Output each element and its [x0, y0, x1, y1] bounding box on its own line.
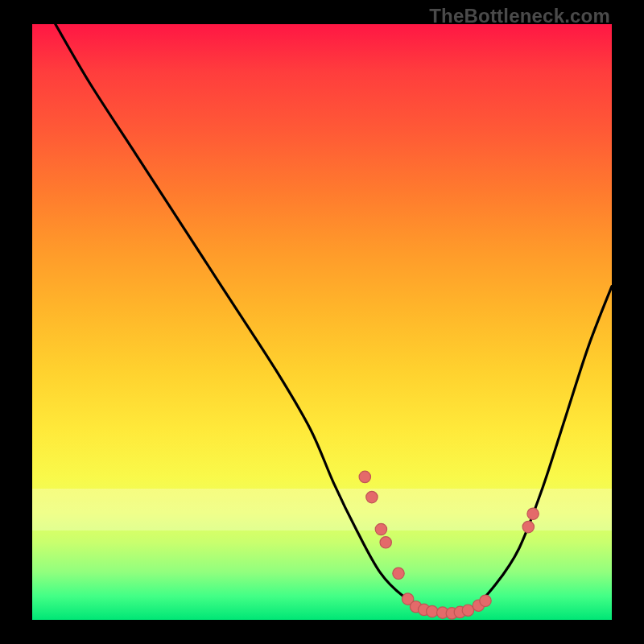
- chart-frame: TheBottleneck.com: [0, 0, 644, 644]
- marker-dot: [375, 523, 386, 535]
- plot-area: [32, 24, 612, 620]
- marker-dot: [380, 537, 391, 548]
- marker-dot: [427, 605, 438, 617]
- curve-svg: [32, 24, 612, 620]
- marker-dot: [480, 595, 491, 606]
- marker-dot: [462, 605, 473, 616]
- marker-dot: [359, 471, 370, 482]
- marker-dot: [366, 491, 378, 502]
- marker-group: [359, 471, 539, 619]
- marker-dot: [393, 568, 404, 579]
- marker-dot: [527, 508, 539, 519]
- marker-dot: [522, 521, 534, 532]
